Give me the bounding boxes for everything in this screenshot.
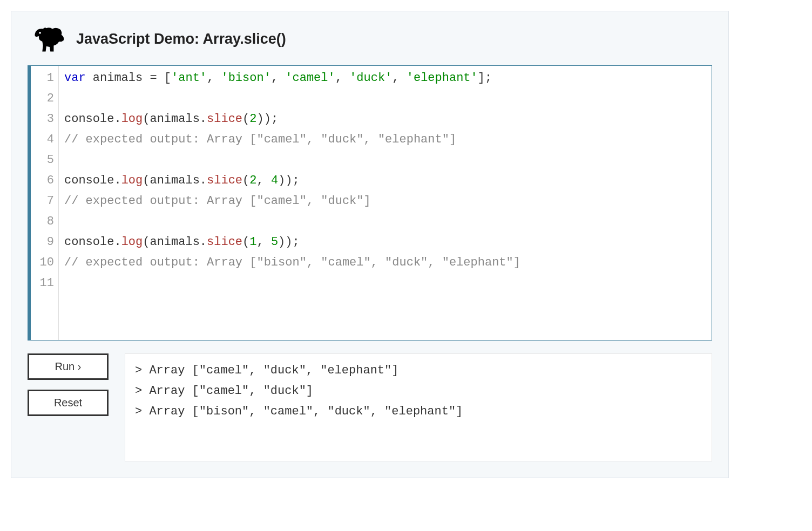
line-number: 2 bbox=[38, 88, 54, 109]
line-number: 4 bbox=[38, 130, 54, 150]
line-number: 6 bbox=[38, 171, 54, 191]
console-output: > Array ["camel", "duck", "elephant"]> A… bbox=[125, 353, 712, 461]
line-number: 8 bbox=[38, 212, 54, 232]
code-line: console.log(animals.slice(2)); bbox=[64, 109, 706, 130]
code-line: // expected output: Array ["camel", "duc… bbox=[64, 191, 706, 212]
line-number: 7 bbox=[38, 191, 54, 212]
line-number: 11 bbox=[38, 273, 54, 294]
console-line: > Array ["camel", "duck", "elephant"] bbox=[135, 360, 702, 381]
code-line bbox=[64, 212, 706, 232]
line-number: 3 bbox=[38, 109, 54, 130]
dino-logo-icon bbox=[33, 22, 66, 56]
line-gutter: 1234567891011 bbox=[31, 66, 59, 340]
run-button[interactable]: Run › bbox=[28, 353, 109, 380]
line-number: 5 bbox=[38, 150, 54, 171]
buttons-column: Run › Reset bbox=[28, 353, 109, 416]
code-line bbox=[64, 273, 706, 294]
controls-row: Run › Reset > Array ["camel", "duck", "e… bbox=[28, 353, 712, 461]
header: JavaScript Demo: Array.slice() bbox=[28, 22, 712, 56]
demo-container: JavaScript Demo: Array.slice() 123456789… bbox=[11, 11, 729, 478]
code-area[interactable]: var animals = ['ant', 'bison', 'camel', … bbox=[59, 66, 712, 340]
console-line: > Array ["camel", "duck"] bbox=[135, 381, 702, 401]
line-number: 10 bbox=[38, 253, 54, 273]
line-number: 1 bbox=[38, 68, 54, 88]
code-line: // expected output: Array ["bison", "cam… bbox=[64, 253, 706, 273]
code-editor[interactable]: 1234567891011 var animals = ['ant', 'bis… bbox=[28, 65, 712, 341]
reset-button[interactable]: Reset bbox=[28, 390, 109, 416]
code-line: console.log(animals.slice(1, 5)); bbox=[64, 232, 706, 253]
code-line: var animals = ['ant', 'bison', 'camel', … bbox=[64, 68, 706, 88]
console-line: > Array ["bison", "camel", "duck", "elep… bbox=[135, 401, 702, 422]
code-line: // expected output: Array ["camel", "duc… bbox=[64, 130, 706, 150]
code-line: console.log(animals.slice(2, 4)); bbox=[64, 171, 706, 191]
code-line bbox=[64, 88, 706, 109]
line-number: 9 bbox=[38, 232, 54, 253]
code-line bbox=[64, 150, 706, 171]
demo-title: JavaScript Demo: Array.slice() bbox=[76, 31, 286, 47]
